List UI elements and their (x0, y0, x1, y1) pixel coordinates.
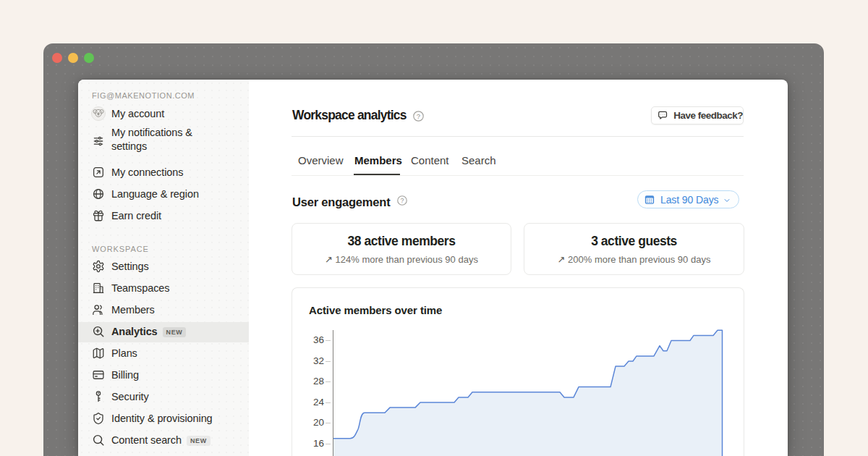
svg-text:?: ? (417, 112, 420, 120)
svg-text:?: ? (401, 197, 404, 204)
